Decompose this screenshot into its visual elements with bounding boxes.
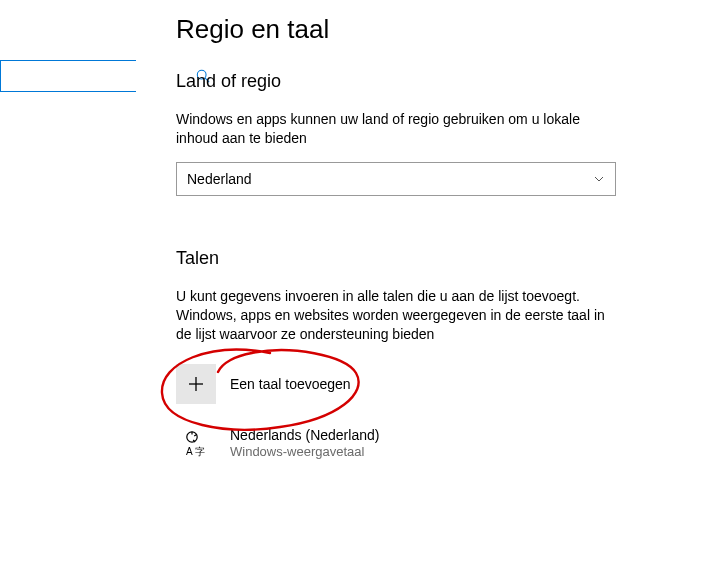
plus-icon bbox=[176, 364, 216, 404]
language-item[interactable]: A 字 Nederlands (Nederland) Windows-weerg… bbox=[176, 419, 621, 467]
search-input[interactable] bbox=[1, 61, 188, 91]
region-heading: Land of regio bbox=[176, 71, 621, 92]
page-title: Regio en taal bbox=[176, 14, 621, 45]
languages-heading: Talen bbox=[176, 248, 621, 269]
language-sublabel: Windows-weergavetaal bbox=[230, 444, 379, 459]
chevron-down-icon bbox=[593, 173, 605, 185]
add-language-button[interactable]: Een taal toevoegen bbox=[176, 363, 621, 405]
region-dropdown[interactable]: Nederland bbox=[176, 162, 616, 196]
languages-desc: U kunt gegevens invoeren in alle talen d… bbox=[176, 287, 621, 344]
search-box[interactable] bbox=[0, 60, 136, 92]
add-language-label: Een taal toevoegen bbox=[230, 376, 351, 392]
region-desc: Windows en apps kunnen uw land of regio … bbox=[176, 110, 621, 148]
svg-line-6 bbox=[194, 435, 196, 437]
language-name: Nederlands (Nederland) bbox=[230, 427, 379, 443]
language-glyph-icon: A 字 bbox=[176, 428, 216, 458]
region-selected: Nederland bbox=[187, 171, 252, 187]
svg-text:A: A bbox=[186, 446, 193, 457]
svg-text:字: 字 bbox=[195, 446, 205, 457]
